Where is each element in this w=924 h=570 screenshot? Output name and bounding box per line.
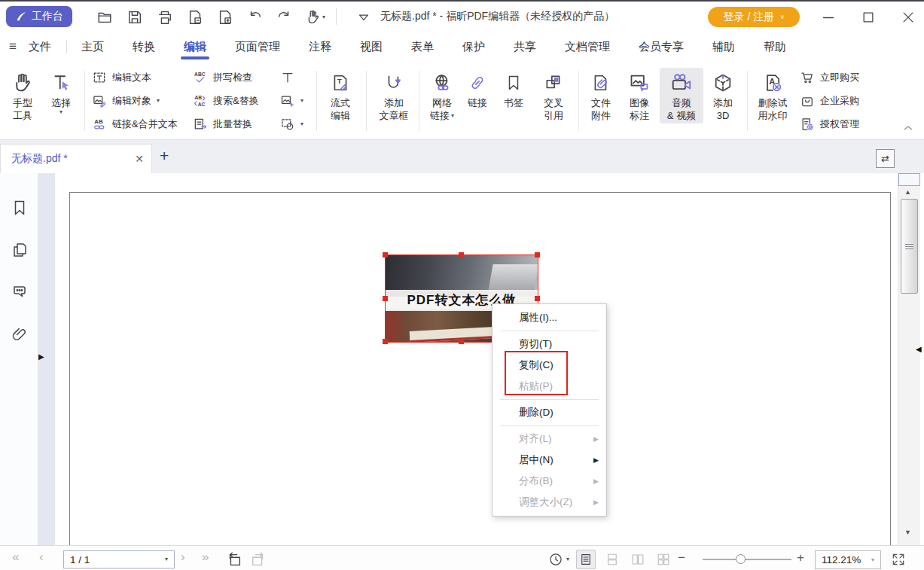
menu-tab-edit[interactable]: 编辑 xyxy=(182,33,208,61)
edit-object-button[interactable]: 编辑对象 ▾ xyxy=(92,91,160,111)
image-annotation-button[interactable]: 图像 标注 xyxy=(622,68,657,123)
resize-handle-nw[interactable] xyxy=(383,252,388,258)
menu-tab-convert[interactable]: 转换 xyxy=(131,33,157,61)
tab-close-icon[interactable]: ✕ xyxy=(135,153,144,165)
zoom-in-icon[interactable]: + xyxy=(797,551,804,564)
select-tool-button[interactable]: 选择 ▾ xyxy=(44,68,78,117)
vertical-scrollbar[interactable]: ▲ ▼ xyxy=(898,173,920,545)
last-page-icon[interactable]: » xyxy=(202,550,209,565)
zoom-level-combobox[interactable]: 112.21% ▾ xyxy=(815,550,881,569)
hand-tool-dropdown-caret[interactable]: ▾ xyxy=(322,14,325,20)
hand-tool-quick-icon[interactable] xyxy=(303,8,322,27)
link-merge-text-button[interactable]: AB 链接&合并文本 xyxy=(92,114,178,134)
clock-caret-icon[interactable]: ▾ xyxy=(566,556,569,562)
facing-continuous-layout-icon[interactable] xyxy=(654,550,673,569)
next-page-icon[interactable]: › xyxy=(181,550,185,565)
insert-page-icon[interactable] xyxy=(215,8,235,27)
resize-handle-e[interactable] xyxy=(535,296,540,301)
menu-file[interactable]: 文件 xyxy=(29,40,51,54)
scroll-down-icon[interactable]: ▼ xyxy=(904,529,911,536)
hamburger-icon[interactable]: ≡ xyxy=(9,39,17,54)
resize-handle-ne[interactable] xyxy=(535,252,540,258)
cross-reference-button[interactable]: 交叉 引用 xyxy=(536,68,571,123)
single-page-layout-icon[interactable] xyxy=(576,550,596,569)
fullscreen-icon[interactable] xyxy=(889,550,908,569)
context-menu-delete[interactable]: 删除(D) xyxy=(492,402,606,423)
zoom-out-icon[interactable]: − xyxy=(678,551,685,564)
hand-tool-button[interactable]: 手型 工具 xyxy=(6,68,39,123)
menu-tab-member[interactable]: 会员专享 xyxy=(637,33,685,61)
comments-panel-icon[interactable] xyxy=(11,282,29,300)
reflow-edit-button[interactable]: T 流式 编辑 xyxy=(322,68,358,123)
close-button[interactable] xyxy=(895,8,921,27)
previous-view-icon[interactable] xyxy=(224,550,244,569)
menu-tab-view[interactable]: 视图 xyxy=(358,33,384,61)
resize-handle-sw[interactable] xyxy=(383,339,388,344)
undo-icon[interactable] xyxy=(245,8,265,27)
previous-page-icon[interactable]: ‹ xyxy=(39,550,44,565)
save-icon[interactable] xyxy=(125,8,145,27)
resize-handle-n[interactable] xyxy=(459,252,464,258)
edit-text-button[interactable]: 编辑文本 xyxy=(92,68,151,87)
menu-tab-doc-manage[interactable]: 文档管理 xyxy=(563,33,611,61)
extract-page-icon[interactable] xyxy=(185,8,205,27)
right-panel-expand-arrow[interactable]: ◀ xyxy=(916,345,922,353)
enterprise-purchase-button[interactable]: 企业采购 xyxy=(800,91,859,111)
buy-now-button[interactable]: 立即购买 xyxy=(800,68,859,87)
context-menu-distribute[interactable]: 分布(B)▶ xyxy=(492,471,606,492)
menu-tab-protect[interactable]: 保护 xyxy=(461,33,486,61)
resize-handle-s[interactable] xyxy=(459,339,464,344)
scroll-up-icon[interactable]: ▲ xyxy=(904,188,911,196)
attachments-panel-icon[interactable] xyxy=(11,325,29,343)
context-menu-align[interactable]: 对齐(L)▶ xyxy=(492,428,606,450)
switch-document-icon[interactable]: ⇄ xyxy=(876,149,895,168)
menu-tab-form[interactable]: 表单 xyxy=(410,33,435,61)
menu-tab-help[interactable]: 帮助 xyxy=(762,33,788,61)
context-menu-resize[interactable]: 调整大小(Z)▶ xyxy=(492,492,606,513)
web-links-button[interactable]: 网络 链接▾ xyxy=(423,68,461,123)
menu-tab-comment[interactable]: 注释 xyxy=(307,33,333,61)
context-menu-properties[interactable]: 属性(I)... xyxy=(492,307,606,328)
next-view-icon[interactable] xyxy=(249,550,268,569)
zoom-slider-thumb[interactable] xyxy=(736,554,746,564)
scrollbar-thumb[interactable] xyxy=(901,199,918,294)
menu-tab-share[interactable]: 共享 xyxy=(512,33,538,61)
add-image-tool-button[interactable]: ▾ xyxy=(280,91,303,111)
resize-handle-w[interactable] xyxy=(383,296,388,301)
add-shape-tool-button[interactable]: ▾ xyxy=(280,114,303,134)
page-number-combobox[interactable]: 1 / 1 ▾ xyxy=(63,550,175,568)
open-file-icon[interactable] xyxy=(95,8,114,27)
ribbon-collapse-icon[interactable] xyxy=(902,123,914,133)
audio-video-button[interactable]: 音频 & 视频 xyxy=(660,68,703,123)
file-attachment-button[interactable]: 文件 附件 xyxy=(584,68,618,123)
context-menu-center[interactable]: 居中(N)▶ xyxy=(492,450,606,471)
redo-icon[interactable] xyxy=(274,8,294,27)
document-tab[interactable]: 无标题.pdf * ✕ xyxy=(0,144,152,173)
batch-replace-button[interactable]: 批量替换 xyxy=(193,114,252,134)
menu-tab-page-manage[interactable]: 页面管理 xyxy=(233,33,282,61)
link-button[interactable]: 链接 xyxy=(462,68,492,111)
menu-tab-home[interactable]: 主页 xyxy=(80,33,105,61)
login-register-button[interactable]: 登录 / 注册 ˅ xyxy=(708,7,800,27)
print-icon[interactable] xyxy=(155,8,175,27)
continuous-layout-icon[interactable] xyxy=(602,550,622,569)
bookmark-button[interactable]: 书签 xyxy=(499,68,529,111)
menu-tab-assist[interactable]: 辅助 xyxy=(711,33,736,61)
remove-trial-watermark-button[interactable]: A 删除试 用水印 xyxy=(752,68,794,123)
new-tab-icon[interactable]: + xyxy=(160,148,169,163)
zoom-slider[interactable] xyxy=(703,559,791,560)
facing-layout-icon[interactable] xyxy=(628,550,648,569)
add-text-tool-button[interactable] xyxy=(280,68,295,87)
autoscroll-clock-icon[interactable] xyxy=(546,550,566,569)
first-page-icon[interactable]: « xyxy=(12,550,19,565)
minimize-button[interactable] xyxy=(816,8,841,27)
search-replace-button[interactable]: ABAC 搜索&替换 xyxy=(193,91,259,111)
add-3d-button[interactable]: 添加 3D xyxy=(706,68,740,123)
sidebar-expand-arrow[interactable]: ▶ xyxy=(38,352,44,361)
maximize-button[interactable] xyxy=(855,8,881,27)
workspace-button[interactable]: 工作台 xyxy=(6,6,72,27)
license-management-button[interactable]: 授权管理 xyxy=(800,114,859,134)
spell-check-button[interactable]: ABC 拼写检查 xyxy=(193,68,252,87)
collapse-chevron-icon[interactable] xyxy=(354,8,374,27)
pages-panel-icon[interactable] xyxy=(11,241,29,259)
